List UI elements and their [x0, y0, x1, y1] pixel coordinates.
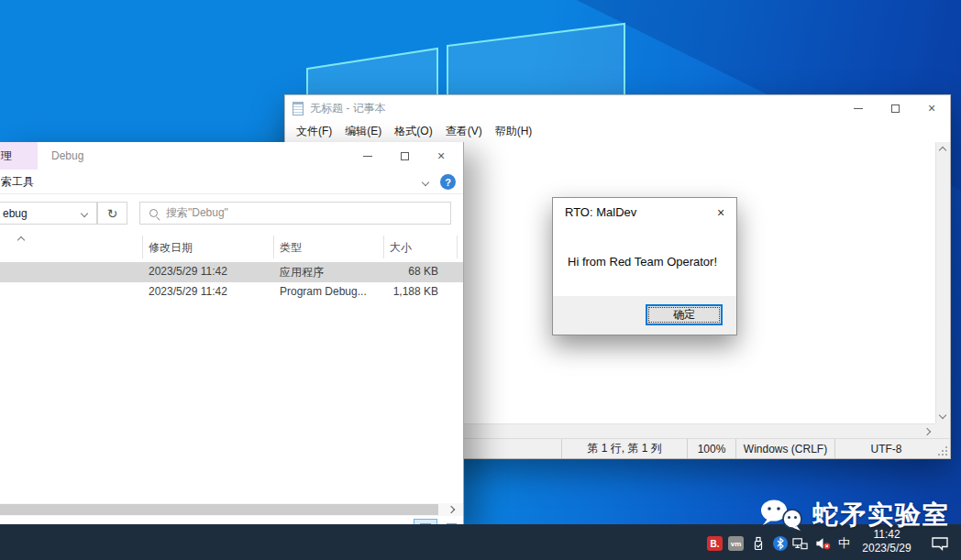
vmware-tray-icon[interactable]: vm: [728, 536, 744, 551]
ok-button[interactable]: 确定: [646, 304, 723, 325]
message-box: RTO: MalDev × Hi from Red Team Operator!…: [552, 197, 737, 335]
wechat-icon: [759, 499, 809, 532]
menu-help[interactable]: 帮助(H): [489, 121, 539, 142]
antivirus-tray-icon[interactable]: B.: [707, 536, 723, 551]
clock-date: 2023/5/29: [851, 542, 922, 555]
status-line-ending: Windows (CRLF): [735, 439, 834, 458]
watermark-text: 蛇矛实验室: [812, 498, 950, 533]
column-header-date[interactable]: 修改日期: [149, 240, 193, 256]
menu-edit[interactable]: 编辑(E): [338, 121, 388, 142]
sort-ascending-icon: [17, 236, 25, 244]
ribbon-tab-manage[interactable]: 理: [0, 142, 38, 170]
message-text: Hi from Red Team Operator!: [568, 255, 717, 269]
usb-eject-icon[interactable]: [750, 536, 766, 551]
file-list: 2023/5/29 11:42 应用程序 68 KB 2023/5/29 11:…: [0, 262, 463, 302]
status-zoom-level: 100%: [687, 439, 735, 458]
watermark: 蛇矛实验室: [759, 498, 950, 533]
explorer-window: 理 Debug × 索工具 ? ebug ↻ 搜索"Debug: [0, 142, 464, 524]
notepad-menubar: 文件(F) 编辑(E) 格式(O) 查看(V) 帮助(H): [285, 121, 950, 142]
ribbon-tab-search-tools[interactable]: 索工具: [1, 170, 34, 194]
ime-language-indicator[interactable]: 中: [836, 536, 852, 551]
file-row-selected[interactable]: 2023/5/29 11:42 应用程序 68 KB: [0, 262, 463, 282]
maximize-button[interactable]: [386, 142, 423, 170]
column-resize-handle[interactable]: [273, 236, 274, 258]
column-resize-handle[interactable]: [457, 236, 458, 258]
refresh-button[interactable]: ↻: [97, 202, 127, 225]
search-icon: [149, 209, 158, 217]
column-resize-handle[interactable]: [142, 236, 143, 258]
help-icon[interactable]: ?: [440, 174, 456, 190]
status-cursor-position: 第 1 行, 第 1 列: [561, 439, 687, 458]
file-row[interactable]: 2023/5/29 11:42 Program Debug... 1,188 K…: [0, 282, 463, 302]
menu-format[interactable]: 格式(O): [388, 121, 438, 142]
status-encoding: UTF-8: [834, 439, 937, 458]
windows-logo: [293, 14, 642, 105]
address-text: ebug: [3, 207, 28, 220]
menu-file[interactable]: 文件(F): [290, 121, 338, 142]
minimize-button[interactable]: [349, 142, 386, 170]
resize-grip[interactable]: [937, 439, 950, 458]
notepad-window-controls: ×: [840, 95, 950, 121]
message-box-footer: 确定: [553, 296, 736, 335]
volume-muted-icon[interactable]: [815, 536, 831, 551]
explorer-titlebar[interactable]: 理 Debug ×: [0, 142, 463, 170]
vertical-scrollbar[interactable]: [935, 142, 950, 423]
scroll-right-icon[interactable]: [447, 506, 455, 513]
column-headers: 修改日期 类型 大小: [0, 232, 463, 262]
search-box[interactable]: 搜索"Debug": [139, 202, 451, 225]
action-center-icon[interactable]: [930, 536, 950, 551]
network-icon[interactable]: [792, 536, 808, 551]
screen: 无标题 - 记事本 × 文件(F) 编辑(E) 格式(O) 查看(V) 帮助(H…: [0, 0, 961, 560]
scroll-up-icon[interactable]: [939, 147, 946, 154]
search-placeholder: 搜索"Debug": [166, 205, 228, 221]
horizontal-scrollbar[interactable]: [0, 503, 463, 516]
ribbon-collapse-icon[interactable]: [422, 179, 429, 186]
explorer-address-row: ebug ↻ 搜索"Debug": [0, 195, 463, 232]
explorer-title: Debug: [51, 142, 83, 170]
explorer-ribbon-row: 索工具 ?: [0, 170, 463, 194]
maximize-button[interactable]: [877, 95, 913, 121]
scrollbar-corner: [935, 423, 950, 438]
explorer-window-controls: ×: [349, 142, 459, 170]
scroll-down-icon[interactable]: [939, 412, 946, 419]
close-icon[interactable]: ×: [707, 200, 735, 225]
explorer-statusbar: [0, 516, 463, 524]
column-header-type[interactable]: 类型: [280, 240, 302, 256]
close-button[interactable]: ×: [423, 142, 459, 170]
scroll-right-icon[interactable]: [923, 428, 931, 435]
column-header-size[interactable]: 大小: [390, 240, 412, 256]
close-button[interactable]: ×: [913, 95, 950, 121]
notepad-title: 无标题 - 记事本: [310, 101, 386, 116]
address-dropdown-icon[interactable]: [81, 210, 88, 217]
message-box-title: RTO: MalDev: [565, 205, 636, 219]
minimize-button[interactable]: [840, 95, 877, 121]
address-bar[interactable]: ebug: [0, 202, 97, 225]
menu-view[interactable]: 查看(V): [439, 121, 489, 142]
scrollbar-thumb[interactable]: [0, 504, 438, 515]
column-resize-handle[interactable]: [383, 236, 384, 258]
notepad-icon: [293, 102, 304, 115]
bluetooth-icon[interactable]: [772, 536, 788, 551]
